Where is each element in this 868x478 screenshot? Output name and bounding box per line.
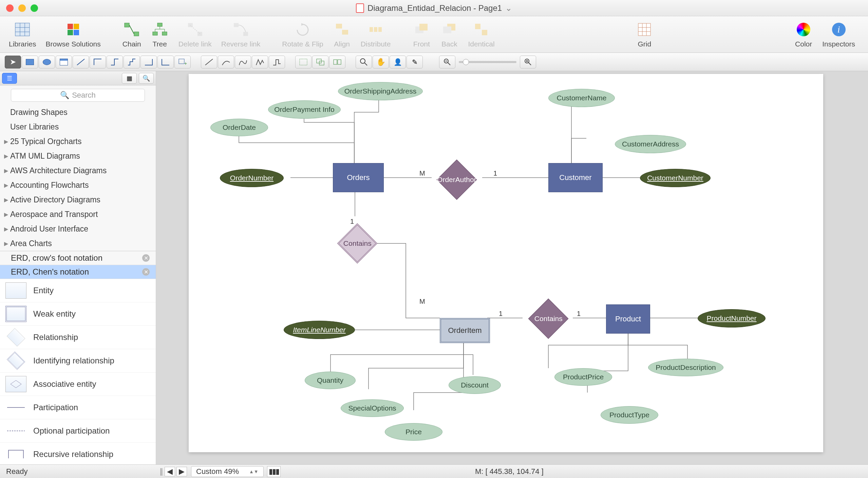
- card-m: M: [419, 298, 425, 305]
- svg-rect-10: [134, 32, 139, 36]
- attr-product-type[interactable]: ProductType: [601, 406, 658, 424]
- svg-line-54: [448, 62, 450, 65]
- scroll-handle[interactable]: ‖: [159, 467, 163, 476]
- chain-button[interactable]: Chain: [120, 20, 144, 49]
- category-drawing-shapes[interactable]: Drawing Shapes: [0, 105, 156, 120]
- category-active-directory[interactable]: ▶Active Directory Diagrams: [0, 193, 156, 207]
- category-user-libraries[interactable]: User Libraries: [0, 120, 156, 134]
- page[interactable]: Orders Customer Product OrderItem OrderA…: [189, 74, 823, 452]
- category-area-charts[interactable]: ▶Area Charts: [0, 236, 156, 251]
- close-window-button[interactable]: [6, 4, 14, 12]
- hand-tool[interactable]: ✋: [373, 56, 389, 68]
- attr-order-shipping[interactable]: OrderShippingAddress: [338, 82, 423, 100]
- tab-chen[interactable]: ERD, Chen's notation✕: [0, 265, 156, 279]
- key-order-number[interactable]: OrderNumber: [220, 169, 284, 187]
- attr-order-payment[interactable]: OrderPayment Info: [268, 100, 341, 119]
- person-tool[interactable]: 👤: [390, 56, 406, 68]
- entity-orderitem[interactable]: OrderItem: [440, 318, 490, 343]
- canvas[interactable]: Orders Customer Product OrderItem OrderA…: [156, 71, 868, 464]
- group-tool-2[interactable]: [312, 56, 328, 68]
- rel-contains-right[interactable]: Contains: [528, 299, 569, 339]
- color-button[interactable]: Color: [792, 20, 815, 49]
- category-aws[interactable]: ▶AWS Architecture Diagrams: [0, 163, 156, 178]
- zoom-out-button[interactable]: [439, 56, 455, 68]
- entity-orders[interactable]: Orders: [333, 163, 384, 192]
- key-customer-number[interactable]: CustomerNumber: [640, 169, 711, 187]
- tab-crows-foot[interactable]: ERD, crow's foot notation✕: [0, 251, 156, 265]
- attr-product-price[interactable]: ProductPrice: [554, 368, 612, 386]
- group-tool-3[interactable]: [329, 56, 345, 68]
- attr-product-desc[interactable]: ProductDescription: [648, 359, 723, 376]
- stencil-optional-participation[interactable]: Optional participation: [0, 419, 156, 443]
- category-atm-uml[interactable]: ▶ATM UML Diagrams: [0, 149, 156, 163]
- connector-5[interactable]: [140, 56, 157, 68]
- attr-order-date[interactable]: OrderDate: [210, 119, 268, 136]
- grid-button[interactable]: Grid: [633, 20, 656, 49]
- stencil-weak-entity[interactable]: Weak entity: [0, 302, 156, 326]
- zoom-tool[interactable]: [356, 56, 372, 68]
- attr-special-options[interactable]: SpecialOptions: [341, 399, 404, 417]
- table-tool[interactable]: [56, 56, 72, 68]
- connector-4[interactable]: [124, 56, 140, 68]
- zoom-slider[interactable]: [459, 61, 516, 63]
- svg-rect-42: [179, 59, 184, 64]
- page-prev[interactable]: ◀: [165, 467, 175, 476]
- sidebar-tree-view[interactable]: ☰: [2, 73, 17, 84]
- attr-price[interactable]: Price: [385, 423, 442, 441]
- entity-customer[interactable]: Customer: [548, 163, 603, 192]
- svg-line-11: [129, 25, 134, 34]
- minimize-window-button[interactable]: [18, 4, 26, 12]
- tree-button[interactable]: Tree: [148, 20, 172, 49]
- stencil-participation[interactable]: Participation: [0, 396, 156, 419]
- maximize-window-button[interactable]: [31, 4, 38, 12]
- zoom-in-button[interactable]: [520, 56, 536, 68]
- key-product-number[interactable]: ProductNumber: [698, 309, 766, 327]
- pointer-tool[interactable]: ➤: [5, 56, 21, 68]
- stencil-entity[interactable]: Entity: [0, 279, 156, 302]
- line-1[interactable]: [201, 56, 217, 68]
- attr-customer-name[interactable]: CustomerName: [548, 89, 615, 107]
- search-input[interactable]: 🔍 Search: [11, 89, 145, 102]
- attr-customer-address[interactable]: CustomerAddress: [615, 135, 686, 153]
- category-aerospace[interactable]: ▶Aerospace and Transport: [0, 207, 156, 222]
- group-tool-1[interactable]: [295, 56, 312, 68]
- connector-2[interactable]: [90, 56, 106, 68]
- close-icon[interactable]: ✕: [142, 268, 150, 276]
- add-shape-tool[interactable]: +: [174, 56, 191, 68]
- rel-order-author[interactable]: OrderAuthor: [437, 160, 477, 200]
- close-icon[interactable]: ✕: [142, 254, 150, 262]
- attr-quantity[interactable]: Quantity: [305, 372, 356, 389]
- identical-button: Identical: [465, 20, 497, 49]
- line-5[interactable]: [269, 56, 285, 68]
- line-2[interactable]: [218, 56, 234, 68]
- pencil-tool[interactable]: ✎: [407, 56, 423, 68]
- connector-1[interactable]: [73, 56, 89, 68]
- category-orgcharts[interactable]: ▶25 Typical Orgcharts: [0, 134, 156, 149]
- key-item-line-number[interactable]: ItemLineNumber: [284, 321, 355, 339]
- card-1: 1: [493, 170, 497, 177]
- line-4[interactable]: [252, 56, 268, 68]
- sidebar-grid-view[interactable]: ▦: [122, 73, 137, 84]
- page-next[interactable]: ▶: [176, 467, 187, 476]
- stencil-relationship[interactable]: Relationship: [0, 326, 156, 349]
- entity-product[interactable]: Product: [606, 304, 650, 334]
- rel-contains-top[interactable]: Contains: [337, 223, 378, 264]
- ellipse-tool[interactable]: [39, 56, 55, 68]
- rect-tool[interactable]: [22, 56, 38, 68]
- inspectors-button[interactable]: iInspectors: [819, 20, 858, 49]
- line-3[interactable]: [235, 56, 251, 68]
- attr-discount[interactable]: Discount: [449, 376, 501, 394]
- page-tabs[interactable]: ▮▮▮: [267, 466, 281, 477]
- category-android[interactable]: ▶Android User Interface: [0, 222, 156, 236]
- connector-3[interactable]: [107, 56, 123, 68]
- sidebar-search-toggle[interactable]: 🔍: [139, 73, 154, 84]
- libraries-button[interactable]: Libraries: [6, 20, 39, 49]
- browse-solutions-button[interactable]: Browse Solutions: [43, 20, 103, 49]
- stencil-recursive[interactable]: Recursive relationship: [0, 443, 156, 464]
- title-dropdown-icon[interactable]: ⌄: [505, 3, 512, 13]
- connector-6[interactable]: [157, 56, 174, 68]
- stencil-associative[interactable]: Associative entity: [0, 373, 156, 396]
- zoom-select[interactable]: Custom 49%▲▼: [191, 466, 264, 477]
- category-accounting[interactable]: ▶Accounting Flowcharts: [0, 178, 156, 193]
- stencil-identifying-rel[interactable]: Identifying relationship: [0, 349, 156, 373]
